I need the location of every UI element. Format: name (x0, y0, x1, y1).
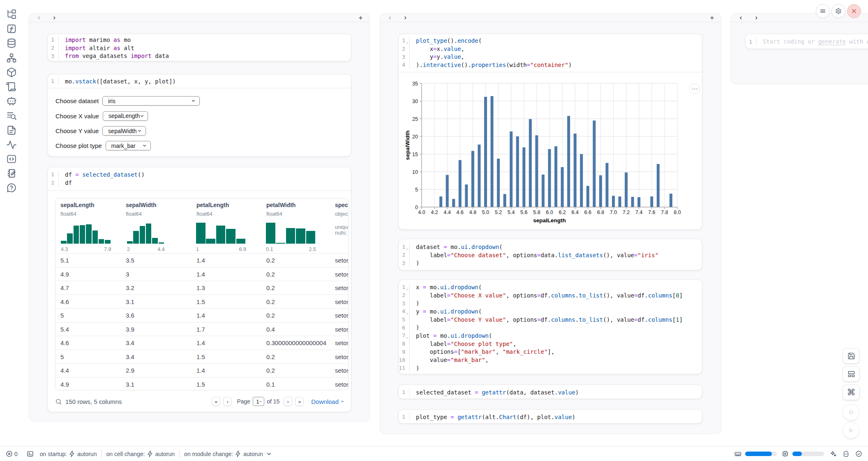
logs-search-icon[interactable] (6, 110, 17, 121)
settings-gear-button[interactable] (831, 4, 845, 18)
altair-bar-chart[interactable]: 4.04.24.44.64.85.05.25.45.65.86.06.26.46… (399, 72, 703, 230)
svg-text:8.0: 8.0 (674, 210, 681, 215)
column-next-button[interactable] (753, 14, 760, 21)
functions-icon[interactable] (6, 23, 17, 34)
next-page-button[interactable]: › (284, 397, 292, 406)
table-cell: 1.4 (196, 312, 205, 319)
table-row[interactable]: 4.63.41.40.3000000000000004setosa (55, 336, 348, 350)
histogram-max: 7.9 (99, 247, 111, 252)
svg-text:5.0: 5.0 (482, 210, 489, 215)
column-next-button[interactable] (402, 14, 409, 21)
document-icon[interactable] (6, 125, 17, 136)
save-button[interactable] (843, 348, 860, 364)
package-icon[interactable] (6, 67, 17, 78)
cell-vstack[interactable]: 1mo.vstack([dataset, x, y, plot]) Choose… (47, 74, 351, 157)
table-cell: 3.6 (126, 312, 134, 319)
table-cell: 1.5 (196, 353, 205, 360)
column-type: float64 (266, 211, 282, 217)
table-cell: setosa (335, 367, 349, 374)
zap-icon (235, 450, 242, 457)
cell-imports[interactable]: 1import marimo as mo2import altair as al… (47, 34, 351, 61)
table-row[interactable]: 53.61.40.2setosa (55, 308, 348, 322)
ram-usage[interactable] (734, 450, 777, 457)
column-histogram[interactable] (266, 224, 316, 244)
column-header[interactable]: sepalWidth (126, 202, 157, 208)
add-column-button[interactable] (708, 14, 716, 22)
dropdown-select-choose-plot-type[interactable]: mark_bar (106, 141, 151, 150)
close-button[interactable] (847, 4, 861, 18)
script-icon[interactable] (6, 81, 17, 92)
scratchpad-icon[interactable] (6, 168, 17, 179)
cell-plot-type[interactable]: 1plot_type = getattr(alt.Chart(df), plot… (398, 409, 702, 424)
add-column-button[interactable] (356, 14, 365, 22)
help-icon[interactable] (6, 182, 17, 193)
table-row[interactable]: 5.43.91.70.4setosa (55, 322, 348, 336)
last-page-button[interactable]: » (295, 397, 304, 406)
page-select[interactable]: 1 (253, 397, 264, 406)
on-startup-setting[interactable]: on startup: autorun (40, 450, 97, 457)
download-button[interactable]: Download (311, 398, 344, 405)
histogram-min: 4.3 (61, 247, 68, 252)
column-histogram[interactable] (196, 224, 246, 244)
chat-bot-icon[interactable] (6, 96, 17, 106)
file-tree-icon[interactable] (6, 9, 17, 20)
connection-status[interactable] (855, 450, 862, 457)
activity-icon[interactable] (6, 139, 17, 150)
error-count[interactable]: 0 (6, 450, 18, 457)
cell-dataframe[interactable]: 1df = selected_dataset()2df sepalLengthf… (47, 167, 351, 412)
svg-text:4.6: 4.6 (457, 210, 464, 215)
scratch-placeholder[interactable]: Start coding or generate with AI (756, 38, 868, 46)
dropdown-select-choose-dataset[interactable]: iris (102, 96, 200, 106)
column-prev-button[interactable] (386, 14, 393, 21)
table-footer: 150 rows, 5 columns « ‹ Page 1 of 15 › »… (55, 390, 344, 413)
column-histogram[interactable] (127, 224, 165, 244)
table-row[interactable]: 4.931.40.2setosa (55, 267, 348, 281)
column-prev-button[interactable] (35, 14, 42, 21)
command-palette-button[interactable]: ⌘ (843, 385, 860, 400)
dropdown-select-choose-y-value[interactable]: sepalWidth (102, 126, 146, 136)
table-cell: 4.7 (60, 284, 69, 291)
stop-button[interactable] (843, 404, 859, 421)
cell-selected-dataset[interactable]: 1selected_dataset = getattr(data, datase… (398, 385, 702, 399)
menu-button[interactable] (816, 4, 830, 18)
svg-text:20: 20 (412, 134, 418, 140)
column-next-button[interactable] (51, 14, 58, 21)
cpu-usage[interactable] (782, 450, 824, 457)
terminal-button[interactable] (27, 450, 34, 457)
table-row[interactable]: 53.41.50.2setosa (55, 350, 348, 364)
column-prev-button[interactable] (737, 14, 744, 21)
histogram-max: 6.9 (235, 247, 246, 252)
table-row[interactable]: 4.93.11.50.1setosa (55, 377, 348, 391)
layout-button[interactable] (843, 366, 860, 382)
first-page-button[interactable]: « (212, 397, 220, 406)
search-icon[interactable] (55, 398, 62, 405)
cell-plot[interactable]: 1⌄plot_type().encode(2 x=x.value,3 y=y.v… (398, 34, 702, 230)
table-row[interactable]: 4.42.91.40.2setosa (55, 363, 348, 377)
dependency-graph-icon[interactable] (6, 53, 17, 63)
table-row[interactable]: 5.13.51.40.2setosa (55, 253, 348, 267)
prev-page-button[interactable]: ‹ (223, 397, 232, 406)
on-cell-change-setting[interactable]: on cell change: autorun (106, 450, 175, 457)
cell-xyplot-dropdowns[interactable]: 1⌄x = mo.ui.dropdown(2 label="Choose X v… (398, 279, 702, 374)
column-header[interactable]: sepalLength (60, 202, 94, 208)
column-header[interactable]: petalLength (196, 202, 229, 208)
run-button[interactable] (843, 422, 859, 439)
column-header[interactable]: species (335, 202, 349, 208)
cell-new-scratch[interactable]: 1 Start coding or generate with AI (745, 34, 868, 49)
chart-actions-button[interactable] (689, 83, 700, 94)
database-icon[interactable] (6, 38, 17, 48)
column-histogram[interactable] (61, 224, 111, 244)
svg-text:4.0: 4.0 (418, 210, 425, 215)
table-row[interactable]: 4.63.11.50.2setosa (55, 295, 348, 309)
snippets-icon[interactable] (6, 154, 17, 164)
svg-text:7.6: 7.6 (648, 210, 655, 215)
cell-dataset-dropdown[interactable]: 1⌄dataset = mo.ui.dropdown(2 label="Choo… (398, 239, 702, 270)
column-3-header (731, 14, 868, 22)
column-header[interactable]: petalWidth (266, 202, 295, 208)
dropdown-select-choose-x-value[interactable]: sepalLength (103, 111, 148, 121)
table-row[interactable]: 4.73.21.30.2setosa (55, 281, 348, 295)
ai-assistant-button[interactable] (830, 450, 837, 457)
on-module-change-setting[interactable]: on module change: autorun (184, 450, 272, 457)
column-2-header (380, 14, 721, 22)
package-manager-button[interactable] (843, 450, 850, 457)
